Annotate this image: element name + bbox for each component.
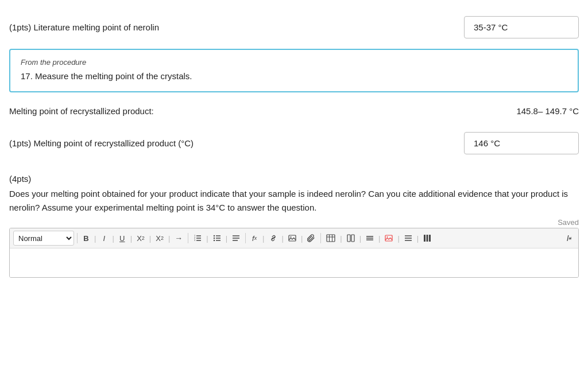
procedure-text: 17. Measure the melting point of the cry… <box>21 71 567 81</box>
toolbar-divider-2 <box>188 233 188 243</box>
svg-point-16 <box>290 236 291 238</box>
toolbar-divider-1 <box>77 233 78 243</box>
procedure-box: From the procedure 17. Measure the melti… <box>9 49 579 92</box>
melting-point-label: Melting point of recrystallized product: <box>9 106 154 116</box>
toolbar-divider-4 <box>320 233 321 243</box>
svg-rect-17 <box>327 235 335 242</box>
attachment-button[interactable] <box>305 231 318 245</box>
clear-format-button[interactable]: Ix <box>563 231 575 245</box>
table-button[interactable] <box>324 231 338 245</box>
sep-5: | <box>168 234 170 243</box>
svg-point-10 <box>214 240 215 241</box>
question2-answer: 146 °C <box>464 132 579 154</box>
sep-9: | <box>282 234 284 243</box>
sep-13: | <box>378 234 380 243</box>
melting-point-row: Melting point of recrystallized product:… <box>9 103 579 119</box>
svg-rect-22 <box>351 235 354 242</box>
sep-12: | <box>359 234 361 243</box>
svg-rect-26 <box>385 235 392 241</box>
saved-label: Saved <box>9 218 579 227</box>
svg-point-27 <box>387 236 388 238</box>
sep-11: | <box>340 234 342 243</box>
italic-button[interactable]: I <box>98 231 110 245</box>
list2-button[interactable] <box>402 231 415 245</box>
table-col-button[interactable] <box>345 231 357 245</box>
svg-text:3: 3 <box>194 239 196 242</box>
sep-15: | <box>417 234 419 243</box>
sep-14: | <box>397 234 399 243</box>
sep-2: | <box>112 234 114 243</box>
ordered-list-button[interactable]: 123 <box>191 231 204 245</box>
svg-rect-33 <box>429 235 431 242</box>
sep-3: | <box>130 234 132 243</box>
svg-rect-21 <box>347 235 350 242</box>
image2-button[interactable] <box>382 231 395 245</box>
sep-7: | <box>226 234 227 243</box>
sep-1: | <box>94 234 96 243</box>
editor-body[interactable] <box>10 248 578 277</box>
formula-button[interactable]: fx <box>249 231 260 245</box>
svg-rect-31 <box>424 235 425 242</box>
question2-label: (1pts) Melting point of recrystallized p… <box>9 138 194 148</box>
sep-8: | <box>262 234 264 243</box>
link-button[interactable] <box>267 231 280 245</box>
question1-row: (1pts) Literature melting point of nerol… <box>9 11 579 43</box>
sep-10: | <box>301 234 303 243</box>
table-row-button[interactable] <box>363 231 376 245</box>
question3-pts: (4pts) <box>9 174 579 184</box>
svg-point-8 <box>214 238 215 239</box>
image-button[interactable] <box>286 231 299 245</box>
svg-rect-15 <box>289 235 296 241</box>
style-select[interactable]: Normal Heading 1 Heading 2 Heading 3 Pre… <box>13 231 74 246</box>
question3-block: (4pts) Does your melting point obtained … <box>9 174 579 215</box>
question3-text: Does your melting point obtained for you… <box>9 187 579 215</box>
underline-button[interactable]: U <box>117 231 128 245</box>
arrow-button[interactable]: → <box>172 231 185 245</box>
toolbar-divider-3 <box>245 233 246 243</box>
question1-answer: 35-37 °C <box>464 16 579 38</box>
melting-point-value: 145.8– 149.7 °C <box>516 106 579 116</box>
question2-row: (1pts) Melting point of recrystallized p… <box>9 127 579 159</box>
superscript-button[interactable]: X2 <box>153 231 166 245</box>
sep-6: | <box>206 234 208 243</box>
rich-text-editor[interactable]: Normal Heading 1 Heading 2 Heading 3 Pre… <box>9 228 579 278</box>
align-button[interactable] <box>230 231 242 245</box>
subscript-button[interactable]: X2 <box>134 231 147 245</box>
bold-button[interactable]: B <box>80 231 92 245</box>
sep-4: | <box>149 234 151 243</box>
editor-toolbar: Normal Heading 1 Heading 2 Heading 3 Pre… <box>10 228 578 248</box>
svg-point-6 <box>214 235 215 236</box>
question1-label: (1pts) Literature melting point of nerol… <box>9 22 159 32</box>
procedure-label: From the procedure <box>21 58 567 67</box>
unordered-list-button[interactable] <box>211 231 223 245</box>
column-button[interactable] <box>421 231 434 245</box>
svg-rect-32 <box>427 235 428 242</box>
